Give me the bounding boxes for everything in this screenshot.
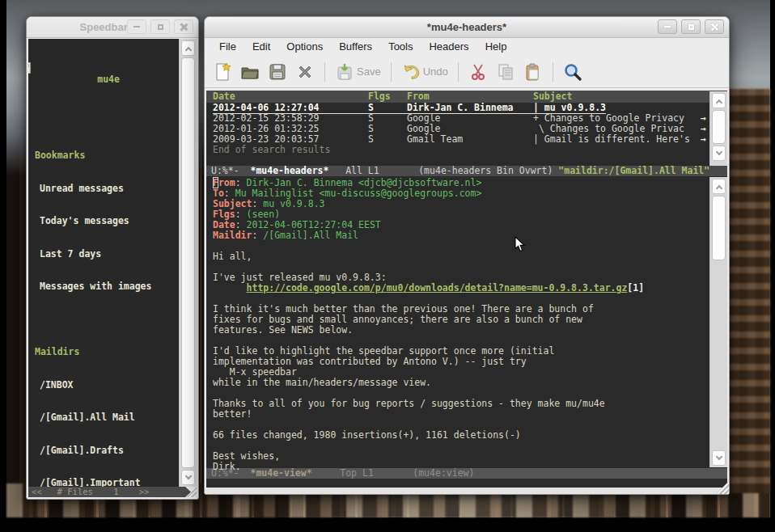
scroll-up-button[interactable] — [181, 40, 195, 56]
wallpaper-city-right — [723, 89, 770, 493]
close-icon — [180, 23, 188, 31]
cut-button[interactable] — [467, 61, 489, 83]
menu-options[interactable]: Options — [278, 39, 331, 55]
message-field-maildir: Maildir: /[Gmail].All Mail — [213, 230, 709, 241]
message-body-top: Hi all, I've just released mu v0.9.8.3: — [213, 241, 709, 283]
speedbar-scrollbar[interactable] — [179, 39, 197, 487]
emacs-window: *mu4e-headers* File Edit Options Buffers… — [204, 16, 730, 495]
speedbar-item-inbox[interactable]: /INBOX — [28, 380, 179, 391]
toolbar-separator — [553, 62, 553, 82]
undo-arrow-icon — [401, 62, 421, 82]
save-disk-icon — [268, 62, 287, 82]
menu-tools[interactable]: Tools — [380, 39, 421, 55]
column-flgs[interactable]: Flgs — [368, 91, 407, 103]
menubar: File Edit Options Buffers Tools Headers … — [205, 38, 729, 56]
view-scrollbar[interactable] — [709, 177, 727, 467]
download-link[interactable]: http://code.google.com/p/mu0/downloads/d… — [247, 282, 628, 293]
close-buffer-button[interactable] — [294, 61, 316, 83]
speedbar-titlebar[interactable]: Speedbar 1.0 — [27, 17, 198, 38]
speedbar-item-important[interactable]: /[Gmail].Important — [28, 478, 179, 487]
toolbar-separator — [391, 62, 392, 82]
emacs-maximize-button[interactable] — [681, 19, 701, 34]
speedbar-maximize-button[interactable] — [150, 19, 170, 34]
mouse-cursor-icon — [515, 236, 526, 252]
search-button[interactable] — [561, 61, 584, 83]
emacs-cursor: F — [213, 177, 218, 188]
emacs-window-title: *mu4e-headers* — [205, 21, 729, 33]
scroll-up-button[interactable] — [712, 179, 726, 194]
mu4e-view-pane: From: Dirk-Jan C. Binnema <djcb@djcbsoft… — [206, 176, 727, 468]
save-disk-button[interactable] — [266, 61, 289, 83]
speedbar-heading-bookmarks: Bookmarks — [28, 150, 179, 162]
save-button-label: Save — [357, 65, 381, 78]
headers-column-row: Date Flgs From Subject — [206, 91, 727, 103]
speedbar-item-last-7-days[interactable]: Last 7 days — [28, 249, 179, 260]
speedbar-fringe-marker: * — [28, 62, 31, 74]
scroll-down-button[interactable] — [712, 450, 726, 466]
copy-button[interactable] — [494, 61, 517, 83]
column-from[interactable]: From — [407, 91, 533, 103]
minimize-icon — [664, 26, 671, 27]
new-file-button[interactable] — [211, 61, 234, 83]
close-x-icon — [295, 62, 315, 82]
emacs-editor-area: Date Flgs From Subject 2012-04-06 12:27:… — [206, 91, 727, 488]
modeline-query: "maildir:/[Gmail].All Mail" — [558, 165, 709, 176]
menu-file[interactable]: File — [211, 39, 244, 55]
save-button[interactable]: Save — [333, 61, 383, 83]
copy-pages-icon — [496, 62, 515, 82]
speedbar-item-all-mail[interactable]: /[Gmail].All Mail — [28, 412, 179, 424]
emacs-close-button[interactable] — [705, 19, 724, 34]
speedbar-item-messages-with-images[interactable]: Messages with images — [28, 281, 179, 293]
menu-headers[interactable]: Headers — [421, 39, 476, 55]
maximize-icon — [158, 24, 163, 30]
mu4e-headers-pane: Date Flgs From Subject 2012-04-06 12:27:… — [206, 91, 727, 166]
menu-buffers[interactable]: Buffers — [331, 39, 380, 55]
chevron-down-icon — [715, 454, 722, 460]
close-icon — [711, 23, 718, 31]
speedbar-item-todays-messages[interactable]: Today's messages — [28, 216, 179, 227]
chevron-down-icon — [715, 149, 722, 155]
undo-button[interactable]: Undo — [400, 61, 450, 83]
toolbar-separator — [458, 62, 459, 82]
chevron-up-icon — [715, 99, 722, 105]
speedbar-item-drafts[interactable]: /[Gmail].Drafts — [28, 445, 179, 457]
minibuffer[interactable] — [206, 479, 727, 488]
maximize-icon — [688, 24, 694, 30]
scroll-down-button[interactable] — [712, 146, 726, 161]
speedbar-window: Speedbar 1.0 *mu4e Bookmarks Unread mess… — [26, 16, 199, 500]
scroll-up-button[interactable] — [712, 93, 726, 108]
search-magnifier-icon — [563, 62, 582, 82]
chevron-up-icon — [715, 184, 722, 191]
save-arrow-icon — [335, 62, 354, 82]
speedbar-item-unread-messages[interactable]: Unread messages — [28, 184, 179, 195]
emacs-titlebar[interactable]: *mu4e-headers* — [205, 17, 729, 38]
speedbar-heading-maildirs: Maildirs — [28, 347, 179, 358]
desktop: Speedbar 1.0 *mu4e Bookmarks Unread mess… — [0, 0, 775, 532]
menu-help[interactable]: Help — [477, 39, 515, 55]
speedbar-close-button[interactable] — [174, 19, 193, 34]
emacs-minimize-button[interactable] — [658, 19, 677, 34]
link-footnote-ref: [1] — [627, 282, 644, 293]
message-field-subject: Subject: mu v0.9.8.3 — [213, 199, 709, 209]
open-folder-icon — [240, 62, 260, 82]
speedbar-root-mu4e[interactable]: *mu4e — [28, 63, 179, 96]
chevron-up-icon — [184, 46, 191, 53]
minimize-icon — [133, 26, 140, 27]
message-link-line: http://code.google.com/p/mu0/downloads/d… — [213, 283, 709, 293]
toolbar: Save Undo — [205, 56, 729, 88]
speedbar-statusbar: << # Files 1 >> — [28, 487, 197, 497]
emacs-frame-bottom-edge — [205, 488, 729, 494]
scroll-down-button[interactable] — [181, 470, 195, 485]
menu-edit[interactable]: Edit — [244, 39, 278, 55]
open-folder-button[interactable] — [239, 61, 261, 83]
speedbar-minimize-button[interactable] — [127, 19, 146, 34]
column-subject[interactable]: Subject — [533, 91, 572, 103]
scrollbar-thumb[interactable] — [181, 57, 195, 468]
paste-button[interactable] — [522, 61, 544, 83]
scrollbar-thumb[interactable] — [712, 196, 726, 260]
scrollbar-thumb[interactable] — [712, 110, 726, 144]
speedbar-content: *mu4e Bookmarks Unread messages Today's … — [28, 39, 197, 487]
column-date[interactable]: Date — [213, 91, 368, 103]
headers-scrollbar[interactable] — [709, 91, 727, 166]
message-body-bottom: I think it's much better than the previo… — [213, 293, 709, 472]
